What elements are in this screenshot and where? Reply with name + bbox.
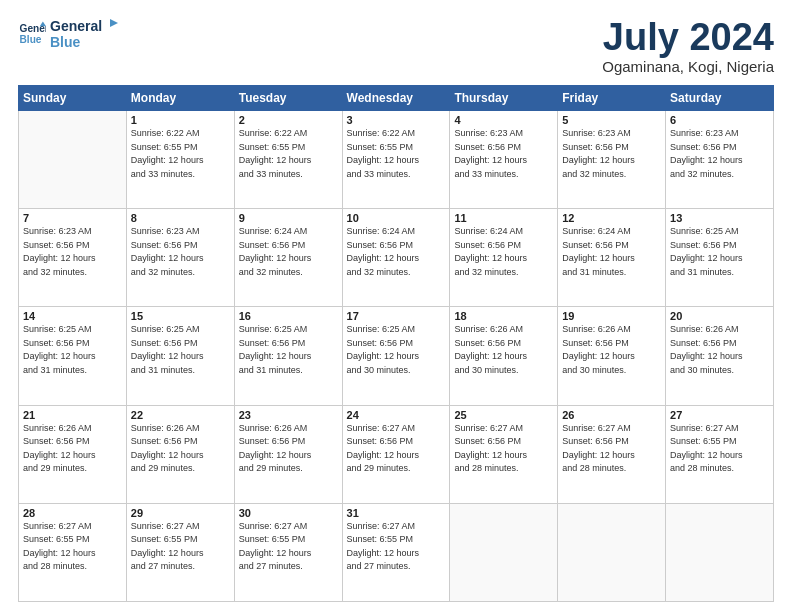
calendar-cell	[666, 503, 774, 601]
day-number: 11	[454, 212, 553, 224]
calendar-cell: 13Sunrise: 6:25 AM Sunset: 6:56 PM Dayli…	[666, 209, 774, 307]
day-number: 5	[562, 114, 661, 126]
header-thursday: Thursday	[450, 86, 558, 111]
day-info: Sunrise: 6:25 AM Sunset: 6:56 PM Dayligh…	[670, 225, 769, 279]
day-info: Sunrise: 6:25 AM Sunset: 6:56 PM Dayligh…	[347, 323, 446, 377]
day-info: Sunrise: 6:24 AM Sunset: 6:56 PM Dayligh…	[347, 225, 446, 279]
header-saturday: Saturday	[666, 86, 774, 111]
calendar-header-row: Sunday Monday Tuesday Wednesday Thursday…	[19, 86, 774, 111]
day-info: Sunrise: 6:24 AM Sunset: 6:56 PM Dayligh…	[454, 225, 553, 279]
header: General Blue General Blue July 2024 Ogam…	[18, 18, 774, 75]
logo-text-general: General	[50, 18, 102, 34]
week-row-2: 7Sunrise: 6:23 AM Sunset: 6:56 PM Daylig…	[19, 209, 774, 307]
day-info: Sunrise: 6:22 AM Sunset: 6:55 PM Dayligh…	[347, 127, 446, 181]
calendar-cell: 16Sunrise: 6:25 AM Sunset: 6:56 PM Dayli…	[234, 307, 342, 405]
day-info: Sunrise: 6:23 AM Sunset: 6:56 PM Dayligh…	[562, 127, 661, 181]
day-info: Sunrise: 6:23 AM Sunset: 6:56 PM Dayligh…	[670, 127, 769, 181]
day-info: Sunrise: 6:26 AM Sunset: 6:56 PM Dayligh…	[239, 422, 338, 476]
day-info: Sunrise: 6:27 AM Sunset: 6:56 PM Dayligh…	[454, 422, 553, 476]
day-number: 17	[347, 310, 446, 322]
calendar-cell: 23Sunrise: 6:26 AM Sunset: 6:56 PM Dayli…	[234, 405, 342, 503]
calendar-cell: 1Sunrise: 6:22 AM Sunset: 6:55 PM Daylig…	[126, 111, 234, 209]
day-number: 31	[347, 507, 446, 519]
calendar-cell: 25Sunrise: 6:27 AM Sunset: 6:56 PM Dayli…	[450, 405, 558, 503]
day-info: Sunrise: 6:22 AM Sunset: 6:55 PM Dayligh…	[239, 127, 338, 181]
day-number: 1	[131, 114, 230, 126]
day-number: 21	[23, 409, 122, 421]
calendar-cell: 6Sunrise: 6:23 AM Sunset: 6:56 PM Daylig…	[666, 111, 774, 209]
day-number: 22	[131, 409, 230, 421]
day-info: Sunrise: 6:25 AM Sunset: 6:56 PM Dayligh…	[131, 323, 230, 377]
day-number: 16	[239, 310, 338, 322]
header-friday: Friday	[558, 86, 666, 111]
day-number: 24	[347, 409, 446, 421]
calendar-cell: 18Sunrise: 6:26 AM Sunset: 6:56 PM Dayli…	[450, 307, 558, 405]
day-info: Sunrise: 6:27 AM Sunset: 6:56 PM Dayligh…	[347, 422, 446, 476]
main-title: July 2024	[602, 18, 774, 56]
title-block: July 2024 Ogaminana, Kogi, Nigeria	[602, 18, 774, 75]
day-number: 3	[347, 114, 446, 126]
header-wednesday: Wednesday	[342, 86, 450, 111]
day-info: Sunrise: 6:23 AM Sunset: 6:56 PM Dayligh…	[454, 127, 553, 181]
day-number: 18	[454, 310, 553, 322]
subtitle: Ogaminana, Kogi, Nigeria	[602, 58, 774, 75]
header-sunday: Sunday	[19, 86, 127, 111]
calendar-cell: 30Sunrise: 6:27 AM Sunset: 6:55 PM Dayli…	[234, 503, 342, 601]
calendar-table: Sunday Monday Tuesday Wednesday Thursday…	[18, 85, 774, 602]
calendar-cell: 11Sunrise: 6:24 AM Sunset: 6:56 PM Dayli…	[450, 209, 558, 307]
calendar-cell: 28Sunrise: 6:27 AM Sunset: 6:55 PM Dayli…	[19, 503, 127, 601]
page: General Blue General Blue July 2024 Ogam…	[0, 0, 792, 612]
calendar-cell: 17Sunrise: 6:25 AM Sunset: 6:56 PM Dayli…	[342, 307, 450, 405]
day-info: Sunrise: 6:26 AM Sunset: 6:56 PM Dayligh…	[131, 422, 230, 476]
calendar-cell: 4Sunrise: 6:23 AM Sunset: 6:56 PM Daylig…	[450, 111, 558, 209]
calendar-cell	[558, 503, 666, 601]
calendar-cell: 2Sunrise: 6:22 AM Sunset: 6:55 PM Daylig…	[234, 111, 342, 209]
calendar-cell: 22Sunrise: 6:26 AM Sunset: 6:56 PM Dayli…	[126, 405, 234, 503]
calendar-cell: 19Sunrise: 6:26 AM Sunset: 6:56 PM Dayli…	[558, 307, 666, 405]
calendar-cell: 10Sunrise: 6:24 AM Sunset: 6:56 PM Dayli…	[342, 209, 450, 307]
calendar-cell: 21Sunrise: 6:26 AM Sunset: 6:56 PM Dayli…	[19, 405, 127, 503]
calendar-cell: 3Sunrise: 6:22 AM Sunset: 6:55 PM Daylig…	[342, 111, 450, 209]
day-number: 15	[131, 310, 230, 322]
day-info: Sunrise: 6:27 AM Sunset: 6:55 PM Dayligh…	[670, 422, 769, 476]
calendar-cell: 8Sunrise: 6:23 AM Sunset: 6:56 PM Daylig…	[126, 209, 234, 307]
calendar-cell: 31Sunrise: 6:27 AM Sunset: 6:55 PM Dayli…	[342, 503, 450, 601]
day-number: 30	[239, 507, 338, 519]
day-number: 25	[454, 409, 553, 421]
day-info: Sunrise: 6:22 AM Sunset: 6:55 PM Dayligh…	[131, 127, 230, 181]
calendar-cell: 15Sunrise: 6:25 AM Sunset: 6:56 PM Dayli…	[126, 307, 234, 405]
week-row-1: 1Sunrise: 6:22 AM Sunset: 6:55 PM Daylig…	[19, 111, 774, 209]
day-number: 14	[23, 310, 122, 322]
day-number: 13	[670, 212, 769, 224]
header-tuesday: Tuesday	[234, 86, 342, 111]
week-row-5: 28Sunrise: 6:27 AM Sunset: 6:55 PM Dayli…	[19, 503, 774, 601]
calendar-cell: 24Sunrise: 6:27 AM Sunset: 6:56 PM Dayli…	[342, 405, 450, 503]
day-info: Sunrise: 6:27 AM Sunset: 6:55 PM Dayligh…	[131, 520, 230, 574]
calendar-cell: 20Sunrise: 6:26 AM Sunset: 6:56 PM Dayli…	[666, 307, 774, 405]
day-number: 12	[562, 212, 661, 224]
calendar-cell: 12Sunrise: 6:24 AM Sunset: 6:56 PM Dayli…	[558, 209, 666, 307]
day-info: Sunrise: 6:25 AM Sunset: 6:56 PM Dayligh…	[239, 323, 338, 377]
calendar-cell	[19, 111, 127, 209]
logo-icon: General Blue	[18, 20, 46, 48]
calendar-cell: 9Sunrise: 6:24 AM Sunset: 6:56 PM Daylig…	[234, 209, 342, 307]
day-number: 26	[562, 409, 661, 421]
day-number: 29	[131, 507, 230, 519]
day-info: Sunrise: 6:26 AM Sunset: 6:56 PM Dayligh…	[23, 422, 122, 476]
day-number: 4	[454, 114, 553, 126]
day-number: 9	[239, 212, 338, 224]
day-info: Sunrise: 6:23 AM Sunset: 6:56 PM Dayligh…	[131, 225, 230, 279]
day-number: 6	[670, 114, 769, 126]
calendar-cell	[450, 503, 558, 601]
svg-marker-3	[110, 19, 118, 27]
day-number: 27	[670, 409, 769, 421]
day-info: Sunrise: 6:24 AM Sunset: 6:56 PM Dayligh…	[562, 225, 661, 279]
day-info: Sunrise: 6:24 AM Sunset: 6:56 PM Dayligh…	[239, 225, 338, 279]
calendar-cell: 27Sunrise: 6:27 AM Sunset: 6:55 PM Dayli…	[666, 405, 774, 503]
day-number: 19	[562, 310, 661, 322]
calendar-cell: 5Sunrise: 6:23 AM Sunset: 6:56 PM Daylig…	[558, 111, 666, 209]
logo-arrow-icon	[104, 19, 118, 33]
week-row-4: 21Sunrise: 6:26 AM Sunset: 6:56 PM Dayli…	[19, 405, 774, 503]
day-number: 10	[347, 212, 446, 224]
day-number: 20	[670, 310, 769, 322]
